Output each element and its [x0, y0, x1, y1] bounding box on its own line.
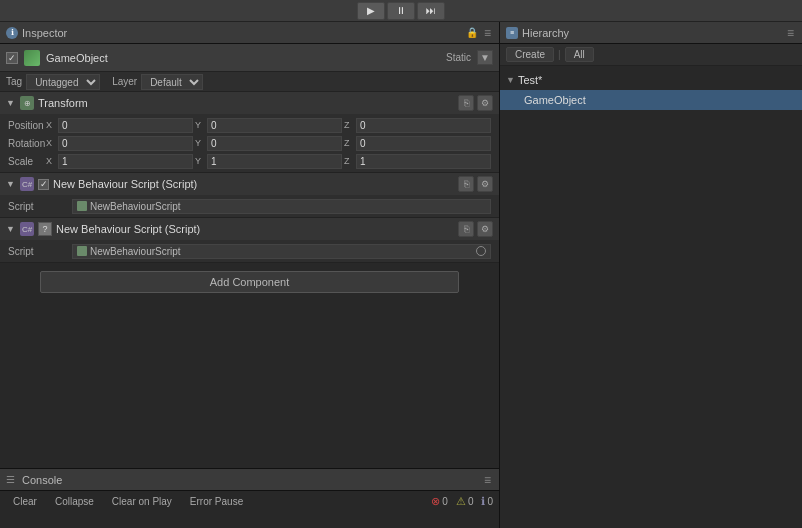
inspector-icon: ℹ: [6, 27, 18, 39]
layer-label: Layer: [112, 76, 137, 87]
position-x-field: X: [46, 118, 193, 133]
position-z-field: Z: [344, 118, 491, 133]
warn-count: 0: [468, 496, 474, 507]
console-count: ⊗ 0 ⚠ 0 ℹ 0: [431, 495, 493, 508]
scale-z-input[interactable]: [356, 154, 491, 169]
console-tab[interactable]: ☰ Console ≡: [0, 469, 499, 491]
layer-dropdown[interactable]: Default: [141, 74, 203, 90]
position-y-input[interactable]: [207, 118, 342, 133]
hierarchy-body: ▼ Test* GameObject: [500, 66, 802, 528]
transform-menu-button[interactable]: ⚙: [477, 95, 493, 111]
script1-section: ▼ C# ✓ New Behaviour Script (Script) ⎘ ⚙…: [0, 173, 499, 218]
warn-count-item: ⚠ 0: [456, 495, 474, 508]
scale-y-label: Y: [195, 156, 205, 166]
hierarchy-gameobject-name: GameObject: [524, 94, 586, 106]
script1-header[interactable]: ▼ C# ✓ New Behaviour Script (Script) ⎘ ⚙: [0, 173, 499, 195]
inspector-tab-label: Inspector: [22, 27, 67, 39]
script2-copy-button[interactable]: ⎘: [458, 221, 474, 237]
script1-active-checkbox[interactable]: ✓: [38, 179, 49, 190]
rotation-x-input[interactable]: [58, 136, 193, 151]
scale-row: Scale X Y: [0, 152, 499, 170]
hierarchy-toolbar: Create | All: [500, 44, 802, 66]
gameobject-row: ✓ GameObject Static ▼: [0, 44, 499, 72]
inspector-menu-button[interactable]: ≡: [482, 26, 493, 40]
gameobject-name[interactable]: GameObject: [46, 52, 440, 64]
transform-arrow-icon: ▼: [6, 98, 16, 108]
hierarchy-tab[interactable]: ≡ Hierarchy ≡: [500, 22, 802, 44]
rotation-y-input[interactable]: [207, 136, 342, 151]
position-y-field: Y: [195, 118, 342, 133]
console-menu-button[interactable]: ≡: [482, 473, 493, 487]
script2-active-checkbox[interactable]: ?: [38, 222, 52, 236]
inspector-body: ✓ GameObject Static ▼ Tag Untagged Layer…: [0, 44, 499, 468]
transform-section: ▼ ⊕ Transform ⎘ ⚙ Position: [0, 92, 499, 173]
scale-axis-group: X Y Z: [46, 154, 491, 169]
script1-menu-button[interactable]: ⚙: [477, 176, 493, 192]
pause-button[interactable]: ⏸: [387, 2, 415, 20]
scale-y-field: Y: [195, 154, 342, 169]
script1-actions: ⎘ ⚙: [458, 176, 493, 192]
lock-icon[interactable]: 🔒: [466, 27, 478, 39]
hierarchy-create-button[interactable]: Create: [506, 47, 554, 62]
transform-copy-button[interactable]: ⎘: [458, 95, 474, 111]
add-component-row: Add Component: [0, 263, 499, 301]
scale-label: Scale: [8, 156, 46, 167]
rotation-y-field: Y: [195, 136, 342, 151]
step-button[interactable]: ⏭: [417, 2, 445, 20]
scale-y-input[interactable]: [207, 154, 342, 169]
play-button[interactable]: ▶: [357, 2, 385, 20]
rotation-x-label: X: [46, 138, 56, 148]
hierarchy-all-button[interactable]: All: [565, 47, 594, 62]
static-dropdown[interactable]: ▼: [477, 50, 493, 65]
error-icon: ⊗: [431, 495, 440, 508]
hier-separator: |: [558, 49, 561, 60]
hierarchy-scene-item[interactable]: ▼ Test*: [500, 70, 802, 90]
console-clear-on-play-button[interactable]: Clear on Play: [105, 494, 179, 509]
rotation-z-field: Z: [344, 136, 491, 151]
hierarchy-tab-label: Hierarchy: [522, 27, 569, 39]
script2-name: New Behaviour Script (Script): [56, 223, 454, 235]
transform-icon: ⊕: [20, 96, 34, 110]
script1-copy-button[interactable]: ⎘: [458, 176, 474, 192]
scene-name: Test*: [518, 74, 542, 86]
script1-script-name: NewBehaviourScript: [90, 201, 181, 212]
script1-name: New Behaviour Script (Script): [53, 178, 454, 190]
position-z-input[interactable]: [356, 118, 491, 133]
transform-actions: ⎘ ⚙: [458, 95, 493, 111]
console-icon: ☰: [6, 474, 18, 486]
tag-dropdown[interactable]: Untagged: [26, 74, 100, 90]
scale-z-field: Z: [344, 154, 491, 169]
scale-x-input[interactable]: [58, 154, 193, 169]
script2-arrow-icon: ▼: [6, 224, 16, 234]
add-component-button[interactable]: Add Component: [40, 271, 459, 293]
script2-label: Script: [8, 246, 68, 257]
info-count-item: ℹ 0: [481, 495, 493, 508]
console-clear-button[interactable]: Clear: [6, 494, 44, 509]
info-icon: ℹ: [481, 495, 485, 508]
console-collapse-button[interactable]: Collapse: [48, 494, 101, 509]
hierarchy-gameobject-item[interactable]: GameObject: [500, 90, 802, 110]
hierarchy-menu-button[interactable]: ≡: [785, 26, 796, 40]
script1-field[interactable]: NewBehaviourScript: [72, 199, 491, 214]
console-error-pause-button[interactable]: Error Pause: [183, 494, 250, 509]
rotation-label: Rotation: [8, 138, 46, 149]
rotation-z-input[interactable]: [356, 136, 491, 151]
gameobject-active-checkbox[interactable]: ✓: [6, 52, 18, 64]
transform-header[interactable]: ▼ ⊕ Transform ⎘ ⚙: [0, 92, 499, 114]
position-axis-group: X Y Z: [46, 118, 491, 133]
scale-z-label: Z: [344, 156, 354, 166]
info-count: 0: [487, 496, 493, 507]
tag-label: Tag: [6, 76, 22, 87]
right-panel: ≡ Hierarchy ≡ Create | All ▼ Test* GameO…: [500, 22, 802, 528]
console-panel: ☰ Console ≡ Clear Collapse Clear on Play…: [0, 468, 499, 528]
script2-menu-button[interactable]: ⚙: [477, 221, 493, 237]
script1-icon: C#: [20, 177, 34, 191]
inspector-tab[interactable]: ℹ Inspector 🔒 ≡: [0, 22, 499, 44]
script2-field[interactable]: NewBehaviourScript: [72, 244, 491, 259]
script2-header[interactable]: ▼ C# ? New Behaviour Script (Script) ⎘ ⚙: [0, 218, 499, 240]
tag-layer-row: Tag Untagged Layer Default: [0, 72, 499, 92]
gameobject-icon: [24, 50, 40, 66]
position-x-input[interactable]: [58, 118, 193, 133]
script2-file-icon: [77, 246, 87, 256]
toolbar: ▶ ⏸ ⏭: [0, 0, 802, 22]
